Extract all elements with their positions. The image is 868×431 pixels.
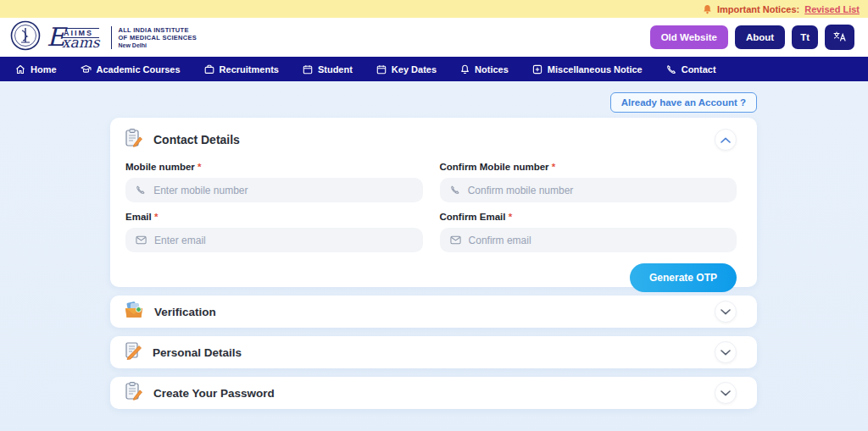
envelope-icon bbox=[136, 235, 147, 245]
collapse-section-button[interactable] bbox=[715, 129, 737, 151]
confirm-mobile-number-label: Confirm Mobile number * bbox=[440, 162, 737, 172]
contact-details-card: Contact Details Mobile number * Confirm … bbox=[110, 118, 757, 287]
chevron-up-icon bbox=[721, 137, 731, 143]
envelope-icon bbox=[450, 235, 461, 245]
email-input[interactable] bbox=[154, 235, 412, 246]
nav-item-recruitments[interactable]: Recruitments bbox=[192, 57, 291, 81]
nav-item-key-dates[interactable]: Key Dates bbox=[364, 57, 448, 81]
personal-details-card: Personal Details bbox=[110, 336, 757, 368]
expand-section-button[interactable] bbox=[715, 301, 737, 323]
nav-item-student[interactable]: Student bbox=[291, 57, 364, 81]
section-title-verification: Verification bbox=[154, 306, 715, 318]
old-website-button[interactable]: Old Website bbox=[650, 25, 728, 49]
create-password-card: Create Your Password bbox=[110, 377, 757, 409]
institute-line1: ALL INDIA INSTITUTE bbox=[118, 26, 197, 34]
mobile-number-field: Mobile number * bbox=[125, 162, 423, 202]
nav-item-contact[interactable]: Contact bbox=[654, 57, 728, 81]
chevron-down-icon bbox=[721, 390, 731, 396]
bell-icon bbox=[460, 64, 470, 75]
site-header: E AIIMS xams ALL INDIA INSTITUTE OF MEDI… bbox=[0, 18, 868, 57]
confirm-mobile-number-input[interactable] bbox=[468, 185, 726, 196]
aiims-exams-logo: E AIIMS xams ALL INDIA INSTITUTE OF MEDI… bbox=[10, 20, 197, 54]
expand-section-button[interactable] bbox=[715, 341, 737, 363]
expand-section-button[interactable] bbox=[715, 382, 737, 404]
header-buttons: Old Website About Tt bbox=[650, 25, 854, 50]
important-notices-label: Important Notices: bbox=[717, 4, 799, 14]
confirm-email-field: Confirm Email * bbox=[440, 212, 737, 252]
section-title-create-password: Create Your Password bbox=[153, 387, 715, 400]
nav-item-notices[interactable]: Notices bbox=[448, 57, 520, 81]
clipboard-pencil-icon bbox=[124, 128, 143, 152]
email-label: Email * bbox=[125, 212, 423, 222]
text-size-button[interactable]: Tt bbox=[792, 25, 818, 49]
generate-otp-button[interactable]: Generate OTP bbox=[630, 263, 737, 292]
institute-name: ALL INDIA INSTITUTE OF MEDICAL SCIENCES … bbox=[111, 26, 197, 49]
chevron-down-icon bbox=[721, 350, 731, 356]
verified-mail-icon bbox=[124, 301, 144, 323]
phone-icon bbox=[450, 185, 460, 196]
phone-icon bbox=[136, 185, 146, 196]
home-icon bbox=[15, 64, 25, 75]
confirm-mobile-number-field: Confirm Mobile number * bbox=[440, 162, 737, 202]
nav-item-miscellaneous-notice[interactable]: Miscellaneous Notice bbox=[520, 57, 654, 81]
phone-icon bbox=[666, 64, 676, 75]
institute-line3: New Delhi bbox=[118, 41, 197, 49]
translate-icon bbox=[833, 33, 846, 43]
chevron-down-icon bbox=[721, 309, 731, 315]
confirm-email-label: Confirm Email * bbox=[440, 212, 737, 222]
required-asterisk: * bbox=[198, 162, 201, 172]
already-have-account-button[interactable]: Already have an Account ? bbox=[610, 92, 757, 113]
section-title-contact-details: Contact Details bbox=[153, 133, 715, 146]
nav-item-home[interactable]: Home bbox=[3, 57, 69, 81]
graduation-cap-icon bbox=[81, 64, 92, 75]
registration-page: Already have an Account ? Contact Detail… bbox=[0, 81, 868, 431]
document-pencil-icon bbox=[124, 341, 142, 363]
institute-line2: OF MEDICAL SCIENCES bbox=[118, 34, 197, 41]
aiims-seal-icon bbox=[10, 20, 41, 54]
alert-bell-icon bbox=[703, 4, 712, 14]
revised-list-link[interactable]: Revised List bbox=[804, 4, 860, 14]
main-navbar: Home Academic Courses Recruitments Stude… bbox=[0, 57, 868, 81]
verification-card: Verification bbox=[110, 296, 757, 328]
xams-text: xams bbox=[62, 36, 100, 48]
nav-item-academic-courses[interactable]: Academic Courses bbox=[69, 57, 192, 81]
translate-button[interactable] bbox=[825, 25, 854, 50]
required-asterisk: * bbox=[552, 162, 555, 172]
exams-wordmark: E AIIMS xams bbox=[47, 26, 99, 48]
briefcase-icon bbox=[204, 64, 214, 75]
calendar-icon bbox=[303, 64, 313, 75]
important-notices-banner: Important Notices: Revised List bbox=[0, 0, 868, 18]
mobile-number-input[interactable] bbox=[153, 185, 412, 196]
section-title-personal-details: Personal Details bbox=[153, 346, 715, 359]
required-asterisk: * bbox=[509, 212, 512, 222]
required-asterisk: * bbox=[154, 212, 158, 222]
notice-board-icon bbox=[532, 64, 542, 75]
confirm-email-input[interactable] bbox=[469, 235, 726, 246]
about-button[interactable]: About bbox=[735, 25, 785, 49]
calendar-icon bbox=[376, 64, 387, 75]
clipboard-pencil-icon bbox=[124, 381, 143, 405]
email-field: Email * bbox=[125, 212, 423, 252]
mobile-number-label: Mobile number * bbox=[125, 162, 423, 172]
